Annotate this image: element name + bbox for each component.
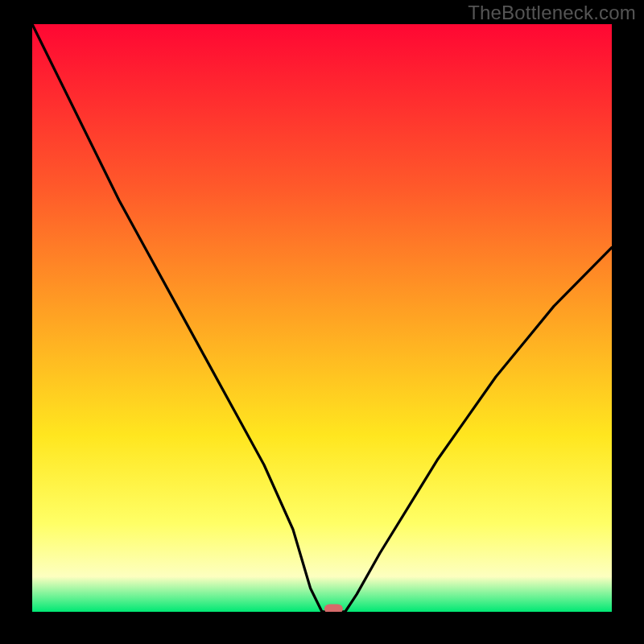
watermark-text: TheBottleneck.com — [468, 2, 636, 24]
chart-frame: TheBottleneck.com — [0, 0, 644, 644]
gradient-background — [32, 24, 612, 612]
bottleneck-chart — [32, 24, 612, 612]
minimum-marker — [324, 605, 343, 612]
